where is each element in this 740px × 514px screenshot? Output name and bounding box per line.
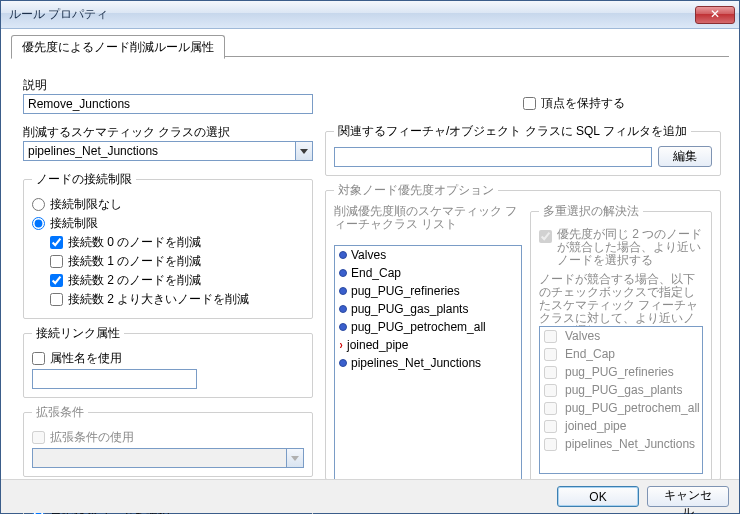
- attr-name-input[interactable]: [32, 369, 197, 389]
- tab-rule-attributes[interactable]: 優先度によるノード削減ルール属性: [11, 35, 225, 59]
- titlebar: ルール プロパティ ✕: [1, 1, 739, 29]
- node-icon: [339, 251, 347, 259]
- list-item[interactable]: Valves: [540, 327, 702, 345]
- sql-filter-group: 関連するフィーチャ/オブジェクト クラスに SQL フィルタを追加 編集: [325, 123, 721, 176]
- list-item[interactable]: pipelines_Net_Junctions: [335, 354, 521, 372]
- connection-limit-legend: ノードの接続制限: [32, 171, 136, 188]
- node-icon: [339, 287, 347, 295]
- list-item-label: Valves: [351, 247, 386, 263]
- check-conn-0[interactable]: 接続数 0 のノードを削減: [50, 234, 304, 251]
- list-item-label: pug_PUG_refineries: [351, 283, 460, 299]
- check-conn-gt2[interactable]: 接続数 2 より大きいノードを削減: [50, 291, 304, 308]
- priority-list[interactable]: ValvesEnd_Cappug_PUG_refineriespug_PUG_g…: [334, 245, 522, 485]
- list-item-checkbox: [544, 438, 557, 451]
- list-item[interactable]: End_Cap: [335, 264, 521, 282]
- extension-group: 拡張条件 拡張条件の使用: [23, 404, 313, 477]
- list-item[interactable]: pug_PUG_gas_plants: [335, 300, 521, 318]
- node-icon: [339, 323, 347, 331]
- radio-conn-none[interactable]: 接続制限なし: [32, 196, 304, 213]
- check-conn-1[interactable]: 接続数 1 のノードを削減: [50, 253, 304, 270]
- check-tiebreak-nearest: 優先度が同じ 2 つのノードが競合した場合、より近いノードを選択する: [539, 228, 703, 267]
- list-item-label: joined_pipe: [347, 337, 408, 353]
- check-use-attr[interactable]: 属性名を使用: [32, 350, 304, 367]
- sql-filter-input[interactable]: [334, 147, 652, 167]
- priority-options-group: 対象ノード優先度オプション 削減優先度順のスケマティック フィーチャクラス リス…: [325, 182, 721, 480]
- schematic-class-label: 削減するスケマティック クラスの選択: [23, 124, 313, 141]
- list-item-label: pug_PUG_refineries: [565, 364, 674, 380]
- description-label: 説明: [23, 77, 313, 94]
- tiebreak-list[interactable]: ValvesEnd_Cappug_PUG_refineriespug_PUG_g…: [539, 326, 703, 474]
- list-item-label: joined_pipe: [565, 418, 626, 434]
- connection-limit-group: ノードの接続制限 接続制限なし 接続制限 接続数 0 のノードを削減 接続数 1…: [23, 171, 313, 319]
- link-icon: ›: [339, 337, 342, 353]
- list-item[interactable]: joined_pipe: [540, 417, 702, 435]
- schematic-class-value: pipelines_Net_Junctions: [24, 144, 295, 158]
- cancel-button[interactable]: キャンセル: [647, 486, 729, 507]
- list-item[interactable]: End_Cap: [540, 345, 702, 363]
- list-item[interactable]: ›joined_pipe: [335, 336, 521, 354]
- description-input[interactable]: [23, 94, 313, 114]
- priority-list-caption: 削減優先度順のスケマティック フィーチャクラス リスト: [334, 205, 520, 231]
- list-item[interactable]: pug_PUG_petrochem_all: [335, 318, 521, 336]
- node-icon: [339, 305, 347, 313]
- list-item-label: pipelines_Net_Junctions: [351, 355, 481, 371]
- list-item-label: pug_PUG_gas_plants: [565, 382, 682, 398]
- extension-combo: [32, 448, 304, 468]
- tab-label: 優先度によるノード削減ルール属性: [22, 40, 214, 54]
- list-item-checkbox: [544, 348, 557, 361]
- list-item-label: End_Cap: [351, 265, 401, 281]
- list-item-label: pipelines_Net_Junctions: [565, 436, 695, 452]
- list-item-checkbox: [544, 330, 557, 343]
- list-item[interactable]: pug_PUG_gas_plants: [540, 381, 702, 399]
- list-item-label: pug_PUG_petrochem_all: [565, 400, 700, 416]
- list-item[interactable]: pug_PUG_petrochem_all: [540, 399, 702, 417]
- check-use-ext: 拡張条件の使用: [32, 429, 304, 446]
- sql-filter-legend: 関連するフィーチャ/オブジェクト クラスに SQL フィルタを追加: [334, 123, 691, 140]
- list-item-checkbox: [544, 420, 557, 433]
- link-attr-group: 接続リンク属性 属性名を使用: [23, 325, 313, 398]
- dialog-footer: OK キャンセル: [1, 479, 739, 513]
- list-item-checkbox: [544, 384, 557, 397]
- radio-conn-limit[interactable]: 接続制限: [32, 215, 304, 232]
- edit-sql-button[interactable]: 編集: [658, 146, 712, 167]
- tiebreak-legend: 多重選択の解決法: [539, 203, 643, 220]
- priority-options-legend: 対象ノード優先度オプション: [334, 182, 498, 199]
- list-item-label: pug_PUG_petrochem_all: [351, 319, 486, 335]
- node-icon: [339, 269, 347, 277]
- dialog-window: ルール プロパティ ✕ 優先度によるノード削減ルール属性 説明 削減するスケマテ…: [0, 0, 740, 514]
- close-button[interactable]: ✕: [695, 6, 735, 24]
- list-item-checkbox: [544, 402, 557, 415]
- list-item[interactable]: pug_PUG_refineries: [540, 363, 702, 381]
- chevron-down-icon: [295, 142, 312, 160]
- list-item[interactable]: pug_PUG_refineries: [335, 282, 521, 300]
- list-item-checkbox: [544, 366, 557, 379]
- list-item[interactable]: pipelines_Net_Junctions: [540, 435, 702, 453]
- schematic-class-combo[interactable]: pipelines_Net_Junctions: [23, 141, 313, 161]
- window-title: ルール プロパティ: [9, 6, 695, 23]
- list-item-label: Valves: [565, 328, 600, 344]
- ok-button[interactable]: OK: [557, 486, 639, 507]
- list-item[interactable]: Valves: [335, 246, 521, 264]
- node-icon: [339, 359, 347, 367]
- extension-legend: 拡張条件: [32, 404, 88, 421]
- chevron-down-icon: [286, 449, 303, 467]
- list-item-label: End_Cap: [565, 346, 615, 362]
- list-item-label: pug_PUG_gas_plants: [351, 301, 468, 317]
- check-conn-2[interactable]: 接続数 2 のノードを削減: [50, 272, 304, 289]
- tiebreak-group: 多重選択の解決法 優先度が同じ 2 つのノードが競合した場合、より近いノードを選…: [530, 203, 712, 483]
- link-attr-legend: 接続リンク属性: [32, 325, 124, 342]
